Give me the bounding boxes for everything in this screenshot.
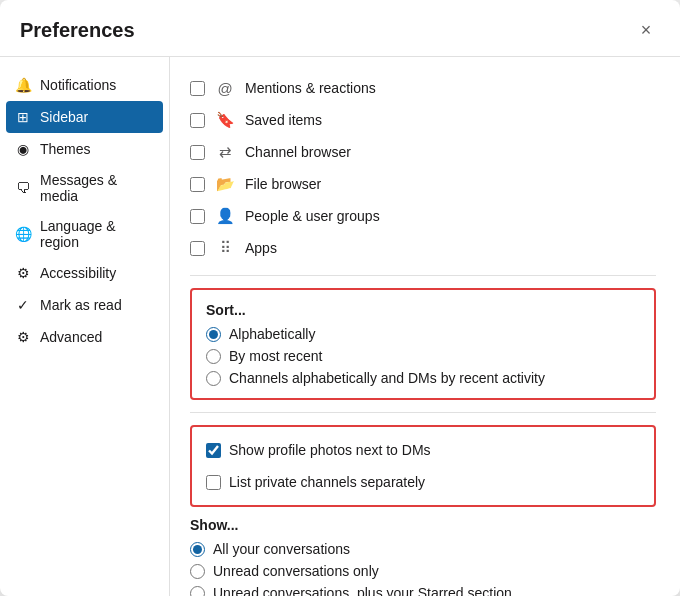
show-radio-unread-only[interactable]	[190, 564, 205, 579]
sidebar-item-label: Sidebar	[40, 109, 88, 125]
show-label-unread-only: Unread conversations only	[213, 563, 379, 579]
sidebar-item-label: Advanced	[40, 329, 102, 345]
show-section: Show... All your conversationsUnread con…	[190, 517, 656, 596]
close-button[interactable]: ×	[632, 16, 660, 44]
option-checkbox-profile-photos[interactable]	[206, 443, 221, 458]
sidebar-item-label: Accessibility	[40, 265, 116, 281]
sidebar-nav: 🔔Notifications⊞Sidebar◉Themes🗨Messages &…	[0, 57, 170, 596]
notifications-icon: 🔔	[14, 76, 32, 94]
checkbox-item-file-browser[interactable]: 📂File browser	[190, 169, 656, 199]
language-region-icon: 🌐	[14, 225, 32, 243]
option-label-private-channels: List private channels separately	[229, 474, 425, 490]
channel-browser-icon: ⇄	[215, 142, 235, 162]
checkbox-label-channel-browser: Channel browser	[245, 144, 351, 160]
options-section: Show profile photos next to DMsList priv…	[190, 425, 656, 507]
show-radio-group: All your conversationsUnread conversatio…	[190, 541, 656, 596]
show-option-unread-only[interactable]: Unread conversations only	[190, 563, 656, 579]
sidebar-item-advanced[interactable]: ⚙Advanced	[0, 321, 169, 353]
sort-label-alpha: Alphabetically	[229, 326, 315, 342]
checkbox-label-mentions: Mentions & reactions	[245, 80, 376, 96]
preferences-dialog: Preferences × 🔔Notifications⊞Sidebar◉The…	[0, 0, 680, 596]
sidebar-item-sidebar[interactable]: ⊞Sidebar	[6, 101, 163, 133]
sidebar-item-label: Language & region	[40, 218, 155, 250]
checkbox-label-saved: Saved items	[245, 112, 322, 128]
sort-radio-recent[interactable]	[206, 349, 221, 364]
file-browser-icon: 📂	[215, 174, 235, 194]
sidebar-item-label: Messages & media	[40, 172, 155, 204]
mentions-icon: @	[215, 78, 235, 98]
checkbox-item-channel-browser[interactable]: ⇄Channel browser	[190, 137, 656, 167]
sidebar-item-mark-read[interactable]: ✓Mark as read	[0, 289, 169, 321]
saved-icon: 🔖	[215, 110, 235, 130]
sort-label-recent: By most recent	[229, 348, 322, 364]
sidebar-item-label: Notifications	[40, 77, 116, 93]
show-title: Show...	[190, 517, 656, 533]
show-label-all: All your conversations	[213, 541, 350, 557]
show-radio-unread-starred[interactable]	[190, 586, 205, 597]
option-label-profile-photos: Show profile photos next to DMs	[229, 442, 431, 458]
checkbox-people[interactable]	[190, 209, 205, 224]
show-option-all[interactable]: All your conversations	[190, 541, 656, 557]
sidebar-item-label: Mark as read	[40, 297, 122, 313]
sort-label-channels-alpha: Channels alphabetically and DMs by recen…	[229, 370, 545, 386]
option-profile-photos[interactable]: Show profile photos next to DMs	[206, 437, 640, 463]
main-content: @Mentions & reactions🔖Saved items⇄Channe…	[170, 57, 680, 596]
sidebar-item-messages-media[interactable]: 🗨Messages & media	[0, 165, 169, 211]
accessibility-icon: ⚙	[14, 264, 32, 282]
checkbox-channel-browser[interactable]	[190, 145, 205, 160]
sort-radio-group: AlphabeticallyBy most recentChannels alp…	[206, 326, 640, 386]
divider-2	[190, 412, 656, 413]
sidebar-icon: ⊞	[14, 108, 32, 126]
checkbox-item-people[interactable]: 👤People & user groups	[190, 201, 656, 231]
people-icon: 👤	[215, 206, 235, 226]
sidebar-item-label: Themes	[40, 141, 91, 157]
messages-media-icon: 🗨	[14, 179, 32, 197]
checkbox-label-file-browser: File browser	[245, 176, 321, 192]
mark-read-icon: ✓	[14, 296, 32, 314]
divider-1	[190, 275, 656, 276]
checkbox-label-apps: Apps	[245, 240, 277, 256]
checkbox-file-browser[interactable]	[190, 177, 205, 192]
checkbox-label-people: People & user groups	[245, 208, 380, 224]
sort-option-recent[interactable]: By most recent	[206, 348, 640, 364]
checkbox-apps[interactable]	[190, 241, 205, 256]
sort-section: Sort... AlphabeticallyBy most recentChan…	[190, 288, 656, 400]
sort-title: Sort...	[206, 302, 640, 318]
sort-radio-channels-alpha[interactable]	[206, 371, 221, 386]
dialog-title: Preferences	[20, 19, 135, 42]
sort-radio-alpha[interactable]	[206, 327, 221, 342]
show-option-unread-starred[interactable]: Unread conversations, plus your Starred …	[190, 585, 656, 596]
apps-icon: ⠿	[215, 238, 235, 258]
sort-option-channels-alpha[interactable]: Channels alphabetically and DMs by recen…	[206, 370, 640, 386]
checkbox-item-saved[interactable]: 🔖Saved items	[190, 105, 656, 135]
sidebar-item-language-region[interactable]: 🌐Language & region	[0, 211, 169, 257]
checkbox-mentions[interactable]	[190, 81, 205, 96]
advanced-icon: ⚙	[14, 328, 32, 346]
show-label-unread-starred: Unread conversations, plus your Starred …	[213, 585, 512, 596]
sidebar-item-accessibility[interactable]: ⚙Accessibility	[0, 257, 169, 289]
sidebar-item-notifications[interactable]: 🔔Notifications	[0, 69, 169, 101]
checkbox-saved[interactable]	[190, 113, 205, 128]
dialog-body: 🔔Notifications⊞Sidebar◉Themes🗨Messages &…	[0, 57, 680, 596]
show-radio-all[interactable]	[190, 542, 205, 557]
sidebar-item-themes[interactable]: ◉Themes	[0, 133, 169, 165]
sort-option-alpha[interactable]: Alphabetically	[206, 326, 640, 342]
option-private-channels[interactable]: List private channels separately	[206, 469, 640, 495]
checkbox-item-mentions[interactable]: @Mentions & reactions	[190, 73, 656, 103]
dialog-header: Preferences ×	[0, 0, 680, 57]
option-checkbox-private-channels[interactable]	[206, 475, 221, 490]
themes-icon: ◉	[14, 140, 32, 158]
sidebar-items-checkboxes: @Mentions & reactions🔖Saved items⇄Channe…	[190, 73, 656, 263]
checkbox-item-apps[interactable]: ⠿Apps	[190, 233, 656, 263]
